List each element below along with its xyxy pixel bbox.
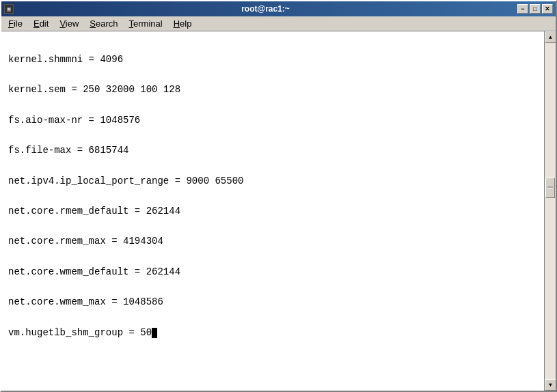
menu-search[interactable]: Search bbox=[84, 17, 123, 30]
close-button[interactable]: ✕ bbox=[542, 4, 553, 14]
minimize-button[interactable]: − bbox=[517, 4, 528, 14]
terminal-line bbox=[8, 128, 537, 143]
menu-view[interactable]: View bbox=[54, 17, 84, 30]
terminal-line bbox=[8, 188, 537, 204]
terminal-line bbox=[8, 310, 537, 325]
terminal-area: kernel.shmmni = 4096kernel.sem = 250 320… bbox=[1, 31, 556, 391]
terminal-cursor bbox=[152, 328, 157, 338]
terminal-line bbox=[8, 98, 537, 113]
scroll-grip bbox=[547, 186, 553, 188]
title-bar-left: ▣ bbox=[4, 4, 14, 14]
terminal-line: kernel.shmmni = 4096 bbox=[8, 52, 537, 67]
terminal-line bbox=[8, 219, 537, 234]
terminal-line: net.core.wmem_default = 262144 bbox=[8, 264, 537, 279]
scroll-up-button[interactable]: ▲ bbox=[545, 31, 556, 43]
window-controls: − □ ✕ bbox=[517, 4, 553, 14]
terminal-line: net.core.rmem_default = 262144 bbox=[8, 204, 537, 219]
terminal-line: kernel.sem = 250 32000 100 128 bbox=[8, 82, 537, 97]
menu-bar: File Edit View Search Terminal Help bbox=[1, 16, 556, 31]
scroll-track[interactable] bbox=[545, 43, 556, 379]
menu-edit[interactable]: Edit bbox=[28, 17, 54, 30]
terminal-line: net.core.wmem_max = 1048586 bbox=[8, 294, 537, 309]
terminal-line bbox=[8, 279, 537, 294]
menu-terminal[interactable]: Terminal bbox=[124, 17, 168, 30]
scroll-down-button[interactable]: ▼ bbox=[545, 379, 556, 391]
terminal-output[interactable]: kernel.shmmni = 4096kernel.sem = 250 320… bbox=[1, 31, 544, 391]
terminal-line: fs.file-max = 6815744 bbox=[8, 143, 537, 158]
terminal-window: ▣ root@rac1:~ − □ ✕ File Edit View Searc… bbox=[0, 0, 557, 392]
scroll-thumb[interactable] bbox=[545, 178, 555, 198]
title-bar: ▣ root@rac1:~ − □ ✕ bbox=[1, 1, 556, 16]
terminal-line: net.ipv4.ip_local_port_range = 9000 6550… bbox=[8, 173, 537, 188]
terminal-line bbox=[8, 37, 537, 52]
terminal-line bbox=[8, 249, 537, 264]
window-title: root@rac1:~ bbox=[14, 4, 517, 14]
terminal-line bbox=[8, 67, 537, 82]
terminal-line: vm.hugetlb_shm_group = 50 bbox=[8, 325, 537, 340]
maximize-button[interactable]: □ bbox=[530, 4, 541, 14]
menu-help[interactable]: Help bbox=[168, 17, 198, 30]
window-icon: ▣ bbox=[4, 4, 14, 14]
menu-file[interactable]: File bbox=[3, 17, 28, 30]
terminal-line bbox=[8, 158, 537, 173]
scrollbar: ▲ ▼ bbox=[544, 31, 556, 391]
terminal-line: fs.aio-max-nr = 1048576 bbox=[8, 113, 537, 128]
terminal-line: net.core.rmem_max = 4194304 bbox=[8, 234, 537, 249]
